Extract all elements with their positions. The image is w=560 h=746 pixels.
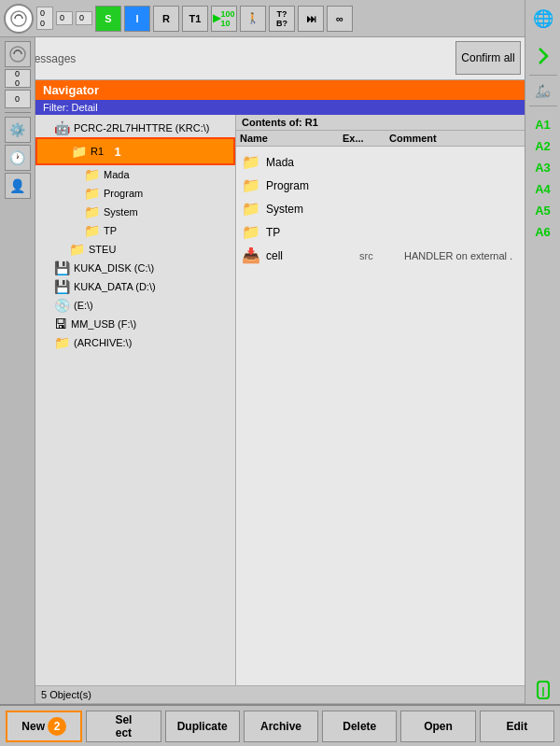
cell-file-icon: 📥 — [242, 246, 260, 264]
tree-e-drive[interactable]: 💿 (E:\) — [35, 296, 235, 315]
btn-t1[interactable]: T1 — [182, 6, 208, 32]
counter-side-2: 0 — [5, 90, 31, 108]
tree-steu[interactable]: 📁 STEU — [35, 240, 235, 259]
file-cell-comment: HANDLER on external . — [404, 250, 512, 261]
right-label-a5[interactable]: A5 — [535, 204, 551, 218]
confirm-all-button[interactable]: Confirm all — [455, 41, 521, 75]
badge-1: 1 — [107, 141, 128, 162]
btn-delete-label: Delete — [343, 720, 376, 733]
file-cell-ex: src — [359, 250, 404, 261]
globe-icon[interactable]: 🌐 — [525, 0, 560, 37]
file-program-name: Program — [266, 179, 359, 192]
tp-file-icon: 📁 — [242, 223, 260, 241]
system-file-icon: 📁 — [242, 200, 260, 218]
tp-folder-icon: 📁 — [84, 223, 100, 238]
tree-e-drive-label: (E:\) — [74, 300, 93, 311]
program-file-icon: 📁 — [242, 176, 260, 194]
tree-mada[interactable]: 📁 Mada — [35, 165, 235, 184]
filter-label: Filter: Detail — [43, 102, 98, 113]
file-item-system[interactable]: 📁 System — [240, 197, 521, 220]
btn-duplicate[interactable]: Duplicate — [165, 711, 240, 742]
file-item-cell[interactable]: 📥 cell src HANDLER on external . — [240, 244, 521, 267]
counter-3: 0 — [76, 11, 92, 25]
right-label-a2[interactable]: A2 — [535, 139, 551, 153]
tree-program[interactable]: 📁 Program — [35, 184, 235, 203]
tree-r1-label: R1 — [91, 146, 104, 157]
file-item-tp[interactable]: 📁 TP — [240, 220, 521, 244]
counter-2: 0 — [56, 11, 73, 25]
btn-select[interactable]: Select — [86, 711, 161, 742]
right-label-a6[interactable]: A6 — [535, 225, 551, 239]
btn-inf[interactable]: ∞ — [327, 6, 353, 32]
col-name: Name — [240, 133, 343, 144]
status-bar: 5 Object(s) — [35, 685, 525, 704]
file-item-program[interactable]: 📁 Program — [240, 174, 521, 197]
tree-usb[interactable]: 🖫 MM_USB (F:\) — [35, 315, 235, 333]
right-label-a1[interactable]: A1 — [535, 118, 551, 132]
file-pane: Contents of: R1 Name Ex... Comment 📁 Mad… — [236, 115, 525, 704]
tree-tp-label: TP — [104, 225, 117, 236]
btn-archive-label: Archive — [260, 720, 301, 733]
left-icon-clock[interactable]: 🕐 — [5, 145, 31, 171]
tree-mada-label: Mada — [104, 169, 130, 180]
r1-folder-icon: 📁 — [71, 144, 87, 159]
tree-system[interactable]: 📁 System — [35, 203, 235, 221]
message-bar: No messages Confirm all — [0, 37, 560, 80]
navigator-header: Navigator — [35, 80, 525, 100]
file-cell-name: cell — [266, 249, 359, 262]
btn-tool[interactable]: T?B? — [269, 6, 295, 32]
btn-select-label: Select — [115, 713, 132, 739]
mada-folder-icon: 📁 — [84, 167, 100, 182]
right-hand-btn[interactable] — [529, 680, 557, 702]
tree-tp[interactable]: 📁 TP — [35, 221, 235, 240]
tree-root[interactable]: 🤖 PCRC-2RL7HHTTRE (KRC:\) — [35, 119, 235, 137]
right-label-a3[interactable]: A3 — [535, 161, 551, 175]
btn-new-label: New — [21, 720, 45, 733]
tree-root-label: PCRC-2RL7HHTTRE (KRC:\) — [74, 122, 209, 134]
btn-s[interactable]: S — [95, 6, 121, 32]
file-list-header: Name Ex... Comment — [236, 131, 525, 147]
btn-open[interactable]: Open — [400, 711, 475, 742]
tree-kuka-disk[interactable]: 💾 KUKA_DISK (C:\) — [35, 259, 235, 277]
btn-r[interactable]: R — [153, 6, 179, 32]
right-arrow-btn[interactable] — [529, 45, 557, 67]
btn-i[interactable]: I — [124, 6, 150, 32]
contents-label: Contents of: R1 — [242, 117, 318, 128]
left-icon-gear[interactable]: ⚙️ — [5, 117, 31, 143]
btn-edit-label: Edit — [506, 720, 527, 733]
logo — [4, 4, 34, 34]
col-ex: Ex... — [343, 133, 389, 144]
left-icon-person[interactable]: 👤 — [5, 173, 31, 199]
usb-icon: 🖫 — [54, 317, 67, 331]
tree-kuka-disk-label: KUKA_DISK (C:\) — [74, 262, 154, 274]
counter-side-1: 00 — [5, 69, 31, 88]
col-comment: Comment — [389, 133, 521, 144]
btn-play[interactable]: ▶ 10010 — [211, 6, 237, 32]
contents-header: Contents of: R1 — [236, 115, 525, 131]
file-item-mada[interactable]: 📁 Mada — [240, 150, 521, 174]
badge-2: 2 — [48, 717, 66, 736]
tree-archive[interactable]: 📁 (ARCHIVE:\) — [35, 333, 235, 352]
tree-usb-label: MM_USB (F:\) — [71, 318, 136, 330]
kuka-disk-icon: 💾 — [54, 260, 70, 275]
btn-new[interactable]: New 2 — [6, 711, 82, 742]
tree-pane: 🤖 PCRC-2RL7HHTTRE (KRC:\) 📁 R1 1 📁 Mada … — [35, 115, 236, 704]
btn-edit[interactable]: Edit — [480, 711, 554, 742]
mada-file-icon: 📁 — [242, 153, 260, 171]
tree-kuka-data[interactable]: 💾 KUKA_DATA (D:\) — [35, 277, 235, 296]
tree-r1[interactable]: 📁 R1 1 — [35, 137, 235, 165]
right-label-a4[interactable]: A4 — [535, 182, 551, 196]
left-icon-1[interactable] — [5, 41, 31, 67]
btn-archive[interactable]: Archive — [244, 711, 318, 742]
navigator-title: Navigator — [43, 83, 99, 97]
cd-drive-icon: 💿 — [54, 298, 70, 313]
kuka-data-icon: 💾 — [54, 279, 70, 294]
system-folder-icon: 📁 — [84, 204, 100, 219]
filter-bar: Filter: Detail — [35, 100, 525, 115]
right-robot-btn[interactable]: 🦾 — [529, 83, 557, 98]
main-content: Navigator Filter: Detail 🤖 PCRC-2RL7HHTT… — [35, 80, 525, 704]
btn-walk[interactable]: 🚶 — [240, 6, 266, 32]
btn-skip[interactable]: ⏭ — [298, 6, 324, 32]
right-panel: 🦾 A1 A2 A3 A4 A5 A6 — [525, 37, 560, 710]
btn-delete[interactable]: Delete — [322, 711, 397, 742]
